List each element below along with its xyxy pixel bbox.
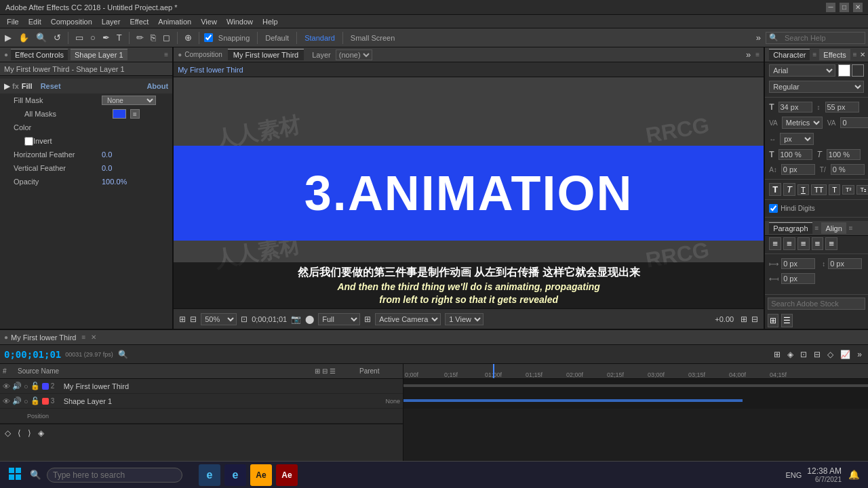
tl-timecode[interactable]: 0;00;01;01 [4, 349, 61, 360]
tl-close-icon[interactable]: ✕ [91, 333, 96, 341]
fill-color-right[interactable] [838, 64, 850, 77]
view-select[interactable]: 1 View [445, 313, 484, 325]
start-button[interactable] [5, 464, 24, 485]
char-menu-icon[interactable]: ≡ [812, 51, 816, 58]
fit-btn[interactable]: ⊡ [241, 314, 248, 324]
tl-layer-btn[interactable]: ⊡ [798, 348, 809, 361]
clone-tool[interactable]: ⎘ [149, 31, 158, 44]
skew-input[interactable] [831, 164, 865, 175]
right-close-btn[interactable]: ✕ [860, 51, 865, 58]
text-tool[interactable]: T [115, 31, 124, 44]
search-input[interactable] [781, 33, 862, 43]
notification-btn[interactable]: 🔔 [846, 467, 863, 483]
line-height-input[interactable] [825, 102, 859, 113]
hand-tool[interactable]: ✋ [16, 31, 31, 44]
tl-render-btn[interactable]: ⊟ [812, 348, 823, 361]
grid-btn[interactable]: ⊟ [190, 314, 197, 324]
fill-expand-btn[interactable]: ▶ [4, 82, 9, 91]
align-left-btn[interactable]: ≡ [769, 237, 781, 250]
taskbar-search-input[interactable] [47, 468, 182, 483]
fill-color-swatch[interactable] [113, 109, 126, 119]
align-center-btn[interactable]: ≡ [783, 237, 795, 250]
fill-about-btn[interactable]: About [146, 82, 168, 90]
tl-goto-btn[interactable]: ⟨ [16, 427, 23, 439]
zoom-tool[interactable]: 🔍 [34, 31, 49, 44]
align-menu-icon[interactable]: ≡ [849, 224, 853, 232]
layer-1-vis-btn[interactable]: 👁 [3, 382, 10, 390]
space-before-input[interactable] [828, 258, 862, 269]
layer-2-lock-btn[interactable]: 🔓 [31, 396, 40, 405]
italic-btn[interactable]: T [783, 183, 795, 196]
menu-edit[interactable]: Edit [24, 16, 45, 27]
tab-character[interactable]: Character [769, 49, 810, 60]
fill-mask-select[interactable]: None [102, 96, 156, 105]
expand-workspaces-btn[interactable]: » [754, 31, 763, 44]
tl-menu-icon[interactable]: ≡ [81, 333, 85, 341]
layer-2-solo-btn[interactable]: ○ [24, 397, 28, 405]
rect-tool[interactable]: ▭ [73, 31, 85, 44]
tl-graph-btn[interactable]: 📈 [838, 348, 852, 361]
minimize-button[interactable]: ─ [826, 3, 835, 12]
menu-view[interactable]: View [197, 16, 221, 27]
toggle-btn[interactable]: ⬤ [305, 314, 314, 324]
menu-composition[interactable]: Composition [47, 16, 96, 27]
comp-nav-link[interactable]: My First lower Third [178, 66, 243, 74]
viewer-grid-btn[interactable]: ⊟ [751, 314, 758, 324]
tl-toggle-btn[interactable]: ⊞ [772, 348, 783, 361]
zoom-select[interactable]: 50% 100% 25% [201, 313, 237, 325]
grid-view-btn[interactable]: ⊞ [768, 314, 778, 327]
stock-search-input[interactable] [768, 298, 865, 310]
font-family-select[interactable]: Arial [769, 64, 835, 77]
menu-file[interactable]: File [3, 16, 23, 27]
layer-2-vis-btn[interactable]: 👁 [3, 397, 10, 405]
fill-reset-btn[interactable]: Reset [41, 82, 61, 90]
align-right-btn[interactable]: ≡ [797, 237, 810, 250]
menu-animation[interactable]: Animation [154, 16, 195, 27]
bold-btn[interactable]: T [769, 183, 781, 196]
menu-effect[interactable]: Effect [125, 16, 153, 27]
tl-mode-btn[interactable]: ◈ [785, 348, 795, 361]
camera-select[interactable]: Active Camera [375, 313, 441, 325]
tl-add-keyframe-btn[interactable]: ◇ [3, 427, 13, 439]
smallcaps-btn[interactable]: TT [811, 184, 827, 195]
para-menu-icon[interactable]: ≡ [815, 224, 819, 232]
allcaps-btn[interactable]: T [829, 184, 840, 195]
tab-align[interactable]: Align [821, 222, 846, 234]
ae-app-btn[interactable]: Ae [250, 464, 272, 486]
ellipse-tool[interactable]: ○ [88, 31, 98, 44]
layer-2-audio-btn[interactable]: 🔊 [12, 396, 22, 405]
subscript-btn[interactable]: T₂ [856, 185, 868, 195]
scale-h-input[interactable] [778, 149, 812, 160]
justify-all-btn[interactable]: ≡ [825, 237, 837, 250]
hindi-digits-checkbox[interactable] [769, 204, 778, 213]
eraser-tool[interactable]: ◻ [161, 31, 172, 44]
indent-select[interactable]: px [780, 133, 814, 145]
tl-motion-blur-btn[interactable]: ◈ [36, 427, 46, 439]
playhead[interactable] [493, 364, 494, 378]
snapping-checkbox[interactable] [204, 33, 213, 42]
right-indent-input[interactable] [781, 273, 815, 284]
menu-window[interactable]: Window [222, 16, 257, 27]
tab-effect-controls[interactable]: Effect Controls [11, 49, 68, 60]
rotate-tool[interactable]: ↺ [52, 31, 63, 44]
layer-1-audio-btn[interactable]: 🔊 [12, 382, 22, 390]
scale-v-input[interactable] [827, 149, 861, 160]
app2-btn[interactable]: Ae [276, 464, 298, 486]
panel-menu-icon[interactable]: ≡ [164, 51, 168, 58]
menu-help[interactable]: Help [258, 16, 282, 27]
layer-1-name[interactable]: My First lower Third [64, 382, 230, 390]
layer-1-lock-btn[interactable]: 🔓 [31, 382, 40, 390]
left-indent-input[interactable] [781, 258, 815, 269]
resolution-select[interactable]: Full Half Quarter [318, 313, 360, 325]
font-style-select[interactable]: Regular Bold Italic [769, 81, 864, 93]
kerning-select[interactable]: Metrics Optical Auto [782, 117, 823, 129]
comp-expand-btn[interactable]: » [744, 48, 753, 61]
tab-paragraph[interactable]: Paragraph [769, 222, 812, 234]
cam-btn[interactable]: 📷 [291, 314, 301, 324]
tab-shape-layer[interactable]: Shape Layer 1 [71, 49, 127, 60]
comp-menu-icon[interactable]: ≡ [755, 51, 760, 58]
baseline-input[interactable] [781, 164, 815, 175]
layer-1-solo-btn[interactable]: ○ [24, 382, 28, 390]
search-btn[interactable]: 🔍 [27, 467, 44, 483]
superscript-btn[interactable]: T² [842, 185, 855, 195]
